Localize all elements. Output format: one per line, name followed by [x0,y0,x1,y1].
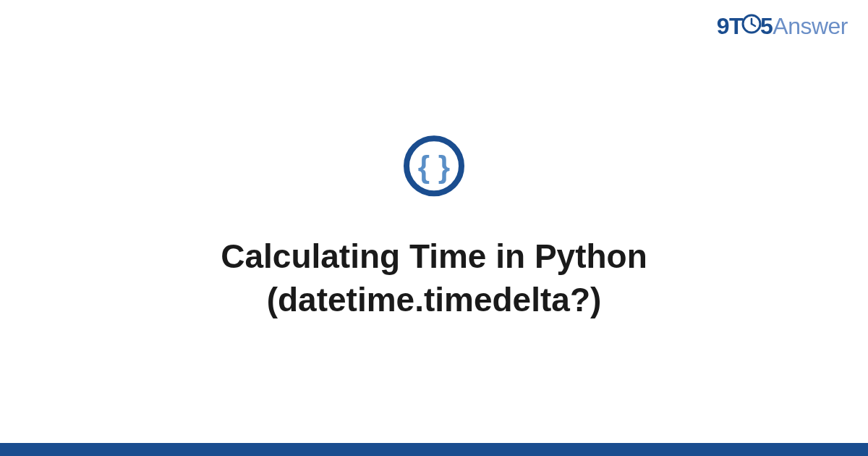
logo-text-5: 5 [760,13,773,39]
clock-icon [741,13,762,40]
logo-text-9t: 9T [717,13,743,39]
code-braces-icon: { } [402,134,466,200]
main-content: { } Calculating Time in Python (datetime… [0,134,868,322]
page-title: Calculating Time in Python (datetime.tim… [109,235,760,322]
svg-text:{ }: { } [418,150,450,184]
svg-line-2 [752,24,755,26]
footer-bar [0,443,868,456]
site-logo: 9T5Answer [717,13,848,41]
logo-text-answer: Answer [773,13,848,39]
